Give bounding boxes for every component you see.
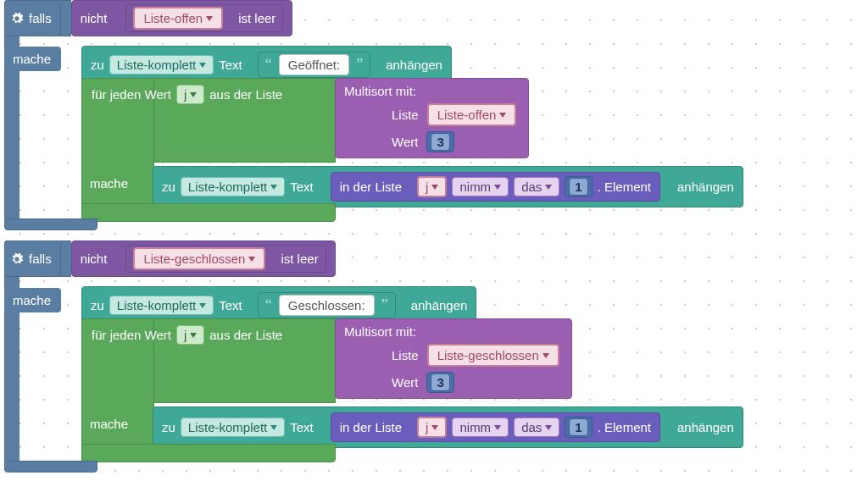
not-block-2[interactable]: nicht Liste-geschlossen ist leer	[71, 240, 336, 277]
isempty-block-2[interactable]: Liste-geschlossen ist leer	[125, 245, 326, 273]
var-label: j	[184, 328, 186, 342]
fuerjeden-label: für jeden Wert	[92, 87, 171, 102]
multisort-block-2[interactable]: Multisort mit: Liste Liste-geschlossen W…	[335, 318, 572, 399]
text-input-geschlossen[interactable]: Geschlossen:	[279, 295, 375, 316]
number-3-block-2[interactable]: 3	[426, 372, 453, 393]
loopvar-j-ref-1[interactable]: j	[417, 176, 447, 197]
nimm-dd-1[interactable]: nimm	[452, 177, 509, 196]
ausderliste-label: aus der Liste	[209, 87, 282, 102]
zu-label: zu	[91, 298, 104, 312]
zu-label: zu	[162, 180, 175, 194]
foreach-header-2[interactable]: für jeden Wert j aus der Liste	[81, 318, 292, 351]
text-label: Text	[219, 58, 242, 72]
chevron-down-icon	[270, 425, 277, 430]
mache-text: mache	[13, 52, 51, 66]
zu-label: zu	[91, 58, 104, 72]
ausderliste-label: aus der Liste	[209, 328, 282, 342]
text-label: Text	[290, 420, 314, 434]
text-label: Text	[290, 180, 314, 194]
var-liste-komplett-dd-2b[interactable]: Liste-komplett	[181, 417, 285, 437]
nicht-label: nicht	[81, 11, 108, 25]
list-get-block-2[interactable]: in der Liste j nimm das 1 . Element	[331, 412, 660, 442]
chevron-down-icon	[248, 257, 255, 262]
var-label: Liste-offen	[143, 11, 203, 25]
var-liste-offen-dd-1[interactable]: Liste-offen	[133, 7, 223, 30]
loopvar-j-ref-2[interactable]: j	[417, 417, 447, 438]
liste-label: Liste	[392, 108, 419, 122]
anhaengen-label: anhängen	[386, 58, 442, 72]
mache-inner-2: mache	[81, 412, 138, 436]
falls-label: falls	[29, 11, 52, 25]
append-element-2[interactable]: zu Liste-komplett Text in der Liste j ni…	[153, 406, 743, 448]
chevron-down-icon	[494, 425, 501, 430]
var-liste-komplett-dd-2a[interactable]: Liste-komplett	[109, 296, 214, 315]
falls-label: falls	[29, 252, 52, 266]
inderliste-label: in der Liste	[340, 420, 402, 434]
string-literal-2[interactable]: “ Geschlossen: ”	[258, 292, 396, 318]
element-label: . Element	[598, 420, 651, 434]
mache-text: mache	[13, 293, 51, 307]
element-label: . Element	[598, 180, 651, 194]
open-quote-icon: “	[264, 296, 274, 314]
istleer-label: ist leer	[281, 252, 318, 266]
number-input-3a[interactable]: 3	[431, 133, 449, 151]
if-block-1-header[interactable]: falls nicht Liste-offen ist leer	[4, 0, 292, 36]
foreach-2-bottom	[81, 444, 336, 462]
loopvar-j-dd-2[interactable]: j	[176, 325, 204, 345]
chevron-down-icon	[199, 303, 206, 308]
das-dd-2[interactable]: das	[514, 417, 559, 437]
text-input-geoeffnet[interactable]: Geöffnet:	[279, 54, 349, 75]
chevron-down-icon	[542, 353, 549, 358]
wert-label: Wert	[392, 375, 418, 390]
chevron-down-icon	[206, 16, 213, 21]
mache-inner-1: mache	[81, 171, 138, 196]
opt-label: das	[521, 180, 542, 194]
fuerjeden-label: für jeden Wert	[92, 328, 171, 342]
multisort-block-1[interactable]: Multisort mit: Liste Liste-offen Wert 3	[335, 78, 529, 158]
chevron-down-icon	[190, 333, 197, 338]
number-1-block-2[interactable]: 1	[565, 417, 592, 438]
var-liste-komplett-dd-1a[interactable]: Liste-komplett	[109, 55, 214, 75]
gear-icon	[10, 252, 24, 266]
var-label: Liste-komplett	[117, 298, 196, 312]
list-get-block-1[interactable]: in der Liste j nimm das 1 . Element	[331, 172, 660, 202]
mache-label-1: mache	[4, 47, 61, 71]
istleer-label: ist leer	[238, 11, 275, 25]
wert-label: Wert	[392, 135, 418, 149]
multisort-list-dd-2[interactable]: Liste-geschlossen	[427, 344, 559, 367]
append-element-1[interactable]: zu Liste-komplett Text in der Liste j ni…	[153, 166, 743, 207]
number-input-1b[interactable]: 1	[569, 418, 587, 436]
multisort-label: Multisort mit:	[344, 84, 416, 98]
if-1-bottom	[4, 218, 97, 230]
if-block-2-header[interactable]: falls nicht Liste-geschlossen ist leer	[4, 240, 336, 277]
opt-label: das	[521, 420, 542, 434]
multisort-list-dd-1[interactable]: Liste-offen	[427, 103, 517, 126]
chevron-down-icon	[270, 185, 277, 190]
number-1-block-1[interactable]: 1	[565, 176, 592, 197]
isempty-block-1[interactable]: Liste-offen ist leer	[125, 4, 283, 32]
mache-label-2: mache	[4, 288, 61, 312]
foreach-1-bottom	[81, 203, 336, 222]
number-input-1a[interactable]: 1	[569, 178, 587, 196]
string-literal-1[interactable]: “ Geöffnet: ”	[258, 52, 370, 78]
anhaengen-label: anhängen	[411, 298, 468, 312]
chevron-down-icon	[431, 425, 438, 430]
foreach-header-1[interactable]: für jeden Wert j aus der Liste	[81, 78, 292, 111]
inderliste-label: in der Liste	[340, 180, 402, 194]
gear-icon	[10, 12, 24, 25]
var-liste-komplett-dd-1b[interactable]: Liste-komplett	[181, 177, 285, 196]
nimm-dd-2[interactable]: nimm	[452, 417, 509, 437]
zu-label: zu	[162, 420, 175, 434]
anhaengen-label: anhängen	[677, 180, 734, 194]
number-3-block-1[interactable]: 3	[426, 131, 453, 152]
loopvar-j-dd-1[interactable]: j	[176, 85, 204, 104]
das-dd-1[interactable]: das	[514, 177, 559, 196]
chevron-down-icon	[199, 63, 206, 68]
text-label: Text	[219, 298, 242, 312]
close-quote-icon: ”	[354, 56, 364, 74]
not-block-1[interactable]: nicht Liste-offen ist leer	[71, 0, 293, 36]
var-liste-geschlossen-dd-2[interactable]: Liste-geschlossen	[133, 247, 265, 270]
chevron-down-icon	[545, 425, 552, 430]
chevron-down-icon	[499, 113, 506, 118]
number-input-3b[interactable]: 3	[431, 373, 449, 391]
